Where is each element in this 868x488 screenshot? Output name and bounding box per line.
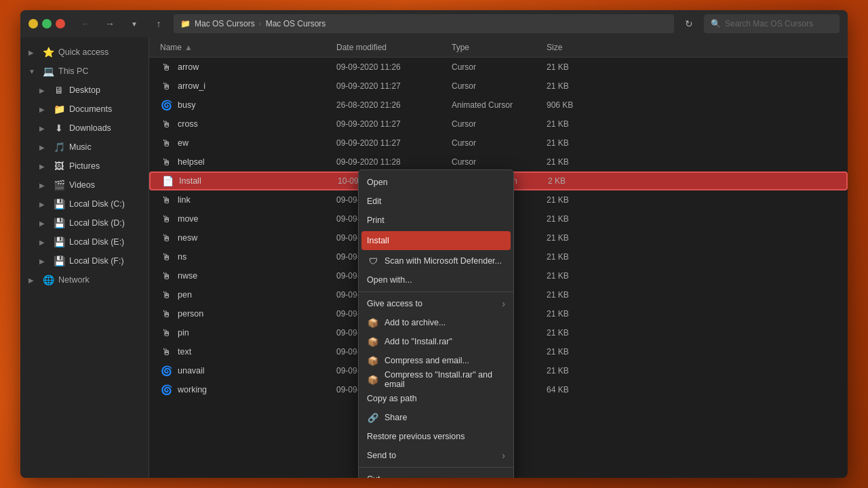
file-row[interactable]: 🖱 arrow_i 09-09-2020 11:27 Cursor 21 KB xyxy=(149,77,848,96)
sidebar-item-quick-access[interactable]: ▶ ⭐ Quick access xyxy=(20,43,149,62)
col-header-name[interactable]: Name ▲ xyxy=(160,43,336,52)
expand-arrow-desktop: ▶ xyxy=(39,87,49,94)
maximize-button[interactable] xyxy=(42,19,52,28)
col-header-type[interactable]: Type xyxy=(452,43,547,52)
sidebar-item-local-e[interactable]: ▶ 💾 Local Disk (E:) xyxy=(20,232,149,251)
file-size: 21 KB xyxy=(547,309,601,319)
file-size: 906 KB xyxy=(547,100,601,110)
sidebar-item-this-pc[interactable]: ▼ 💻 This PC xyxy=(20,62,149,81)
minimize-button[interactable] xyxy=(28,19,38,28)
file-icon: 🖱 xyxy=(160,81,172,92)
file-row[interactable]: 🖱 cross 09-09-2020 11:27 Cursor 21 KB xyxy=(149,115,848,134)
sidebar-item-local-d[interactable]: ▶ 💾 Local Disk (D:) xyxy=(20,214,149,232)
ctx-edit[interactable]: Edit xyxy=(359,192,513,211)
file-size: 21 KB xyxy=(547,214,601,224)
sidebar-label-local-e: Local Disk (E:) xyxy=(69,237,124,247)
file-icon: 📄 xyxy=(161,176,174,186)
ctx-open[interactable]: Open xyxy=(359,173,513,192)
sidebar-item-desktop[interactable]: ▶ 🖥 Desktop xyxy=(20,81,149,100)
file-icon: 🖱 xyxy=(160,62,172,73)
explorer-window: ← → ▼ ↑ 📁 Mac OS Cursors › Mac OS Cursor… xyxy=(20,10,848,478)
file-name-label: unavail xyxy=(178,366,205,375)
file-icon: 🖱 xyxy=(160,270,172,281)
ctx-restore[interactable]: Restore previous versions xyxy=(359,427,513,446)
ctx-give-access[interactable]: Give access to xyxy=(359,294,513,313)
file-row[interactable]: 🖱 helpsel 09-09-2020 11:28 Cursor 21 KB xyxy=(149,152,848,171)
file-type: Cursor xyxy=(452,81,547,91)
ctx-cut-label: Cut xyxy=(367,474,505,478)
file-name-label: link xyxy=(178,195,191,205)
compress-icon: 📦 xyxy=(367,356,379,366)
up-button[interactable]: ↑ xyxy=(149,14,168,33)
breadcrumb-part1[interactable]: Mac OS Cursors xyxy=(195,19,255,28)
file-size: 21 KB xyxy=(547,271,601,281)
ctx-add-archive[interactable]: 📦 Add to archive... xyxy=(359,313,513,332)
ctx-send-to[interactable]: Send to xyxy=(359,446,513,465)
file-name-label: Install xyxy=(179,176,201,186)
file-name-label: cross xyxy=(178,119,198,129)
sidebar-item-videos[interactable]: ▶ 🎬 Videos xyxy=(20,176,149,195)
file-row[interactable]: 🖱 arrow 09-09-2020 11:26 Cursor 21 KB xyxy=(149,58,848,77)
breadcrumb-separator: › xyxy=(259,19,262,28)
ctx-edit-label: Edit xyxy=(367,197,505,206)
file-icon: 🖱 xyxy=(160,289,172,300)
file-date: 26-08-2020 21:26 xyxy=(336,100,452,110)
ctx-give-access-label: Give access to xyxy=(367,299,496,308)
sidebar-item-pictures[interactable]: ▶ 🖼 Pictures xyxy=(20,157,149,176)
search-box[interactable]: 🔍 Search Mac OS Cursors xyxy=(704,14,840,33)
file-row[interactable]: 🌀 busy 26-08-2020 21:26 Animated Cursor … xyxy=(149,96,848,115)
close-button[interactable] xyxy=(56,19,65,28)
file-row[interactable]: 🖱 ew 09-09-2020 11:27 Cursor 21 KB xyxy=(149,134,848,152)
col-header-date[interactable]: Date modified xyxy=(336,43,452,52)
col-header-size[interactable]: Size xyxy=(547,43,601,52)
ctx-restore-label: Restore previous versions xyxy=(367,432,505,441)
sidebar-label-quick-access: Quick access xyxy=(58,47,108,57)
file-size: 21 KB xyxy=(547,366,601,375)
ctx-add-install-rar[interactable]: 📦 Add to "Install.rar" xyxy=(359,332,513,351)
sidebar-item-music[interactable]: ▶ 🎵 Music xyxy=(20,138,149,157)
ctx-open-with[interactable]: Open with... xyxy=(359,270,513,289)
forward-button[interactable]: → xyxy=(100,14,119,33)
ctx-share[interactable]: 🔗 Share xyxy=(359,408,513,427)
ctx-add-install-rar-label: Add to "Install.rar" xyxy=(384,337,505,346)
expand-arrow-pictures: ▶ xyxy=(39,163,49,170)
ctx-scan[interactable]: 🛡 Scan with Microsoft Defender... xyxy=(359,251,513,270)
ctx-install[interactable]: Install xyxy=(361,231,511,250)
dropdown-button[interactable]: ▼ xyxy=(125,14,144,33)
file-size: 21 KB xyxy=(547,290,601,300)
file-date: 09-09-2020 11:28 xyxy=(336,157,452,167)
archive-icon: 📦 xyxy=(367,318,379,328)
file-size: 21 KB xyxy=(547,157,601,167)
file-type: Animated Cursor xyxy=(452,100,547,110)
rar-icon: 📦 xyxy=(367,337,379,347)
sidebar-item-documents[interactable]: ▶ 📁 Documents xyxy=(20,100,149,119)
file-size: 21 KB xyxy=(547,233,601,243)
back-button[interactable]: ← xyxy=(76,14,95,33)
local-d-icon: 💾 xyxy=(53,218,65,228)
breadcrumb[interactable]: 📁 Mac OS Cursors › Mac OS Cursors xyxy=(174,14,674,33)
file-size: 21 KB xyxy=(547,81,601,91)
file-icon: 🌀 xyxy=(160,384,172,395)
refresh-button[interactable]: ↻ xyxy=(679,14,698,33)
ctx-print[interactable]: Print xyxy=(359,211,513,230)
expand-arrow-local-e: ▶ xyxy=(39,239,49,246)
sidebar-item-downloads[interactable]: ▶ ⬇ Downloads xyxy=(20,119,149,138)
sidebar-item-local-f[interactable]: ▶ 💾 Local Disk (F:) xyxy=(20,251,149,270)
ctx-cut[interactable]: Cut xyxy=(359,470,513,478)
this-pc-icon: 💻 xyxy=(42,66,54,77)
ctx-compress-install[interactable]: 📦 Compress to "Install.rar" and email xyxy=(359,370,513,389)
file-name-label: move xyxy=(178,214,199,224)
ctx-copy-path[interactable]: Copy as path xyxy=(359,389,513,408)
breadcrumb-part2[interactable]: Mac OS Cursors xyxy=(266,19,326,28)
main-area: ▶ ⭐ Quick access ▼ 💻 This PC ▶ 🖥 Desktop… xyxy=(20,37,848,478)
ctx-sep2 xyxy=(359,467,513,468)
file-name-label: working xyxy=(178,385,207,394)
sidebar-item-local-c[interactable]: ▶ 💾 Local Disk (C:) xyxy=(20,195,149,214)
ctx-print-label: Print xyxy=(367,216,505,225)
file-name-label: pin xyxy=(178,328,189,338)
file-type: Cursor xyxy=(452,157,547,167)
file-name-label: nesw xyxy=(178,233,197,243)
file-icon: 🌀 xyxy=(160,365,172,376)
sidebar-item-network[interactable]: ▶ 🌐 Network xyxy=(20,270,149,289)
ctx-compress-email[interactable]: 📦 Compress and email... xyxy=(359,351,513,370)
